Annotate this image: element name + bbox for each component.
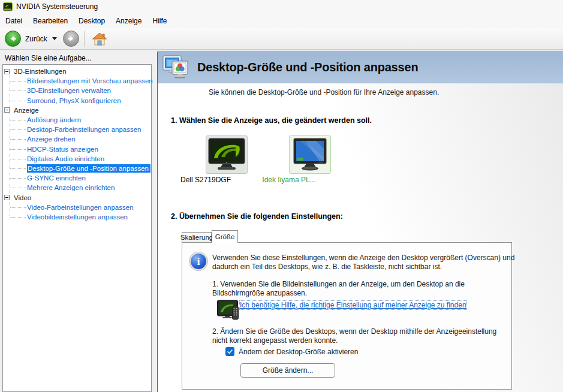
display-tile-iiyama[interactable] — [289, 135, 331, 174]
collapse-icon[interactable] — [4, 195, 10, 200]
tree-node-3d-einstellungen[interactable]: 3D-Einstellungen — [3, 67, 151, 76]
display-label-iiyama[interactable]: Idek Iiyama PL... — [247, 176, 331, 184]
tree-item-bildeinstellungen[interactable]: Bildeinstellungen mit Vorschau anpassen — [3, 76, 151, 86]
menu-anzeige[interactable]: Anzeige — [110, 14, 147, 28]
instruction-2: 2. Ändern Sie die Größe des Desktops, we… — [212, 327, 512, 345]
menu-bar: Datei Bearbeiten Desktop Anzeige Hilfe — [0, 13, 563, 28]
tab-skalierung[interactable]: Skalierung — [182, 232, 212, 242]
home-button[interactable] — [91, 31, 109, 47]
nvidia-control-panel-window: NVIDIA Systemsteuerung Datei Bearbeiten … — [0, 0, 563, 392]
collapse-icon[interactable] — [4, 69, 10, 74]
menu-desktop[interactable]: Desktop — [73, 14, 110, 28]
navigation-toolbar: Zurück — [0, 28, 563, 50]
tree-item-mehrere-anzeigen[interactable]: Mehrere Anzeigen einrichten — [3, 183, 151, 192]
tree-item-anzeige-drehen[interactable]: Anzeige drehen — [3, 134, 151, 144]
displays-icon — [162, 55, 190, 80]
tv-remote-icon — [217, 299, 241, 322]
back-button-label[interactable]: Zurück — [25, 35, 47, 43]
home-icon — [92, 32, 107, 46]
display-help-link[interactable]: Ich benötige Hilfe, die richtige Einstel… — [239, 300, 467, 310]
menu-datei[interactable]: Datei — [0, 14, 28, 28]
task-sidebar: Wählen Sie eine Aufgabe... 3D-Einstellun… — [0, 50, 155, 392]
display-label-dell[interactable]: Dell S2719DGF — [164, 176, 248, 184]
tree-item-digitales-audio[interactable]: Digitales Audio einrichten — [3, 154, 151, 164]
tree-item-gsync[interactable]: G-SYNC einrichten — [3, 173, 151, 183]
sidebar-header: Wählen Sie eine Aufgabe... — [5, 54, 92, 62]
checkmark-icon — [226, 348, 234, 355]
step1-heading: 1. Wählen Sie die Anzeige aus, die geänd… — [171, 116, 372, 125]
window-title: NVIDIA Systemsteuerung — [16, 2, 98, 11]
collapse-icon[interactable] — [4, 107, 10, 113]
tree-group-3d-einstellungen: 3D-Einstellungen Bildeinstellungen mit V… — [3, 67, 151, 105]
back-button[interactable] — [5, 31, 21, 47]
checkbox-label[interactable]: Ändern der Desktop-Größe aktivieren — [239, 348, 358, 356]
toolbar-separator — [84, 31, 85, 47]
menu-hilfe[interactable]: Hilfe — [147, 14, 172, 28]
instruction-1: 1. Verwenden Sie die Bildeinstellungen a… — [212, 280, 506, 298]
tree-item-aufloesung[interactable]: Auflösung ändern — [3, 115, 151, 125]
tree-item-desktop-groesse-position[interactable]: Desktop-Größe und -Position anpassen — [3, 164, 151, 173]
back-arrow-icon — [8, 34, 17, 43]
tree-node-video[interactable]: Video — [3, 192, 151, 202]
tree-group-anzeige: Anzeige Auflösung ändern Desktop-Farbein… — [3, 105, 151, 193]
forward-button[interactable] — [63, 31, 79, 47]
step2-heading: 2. Übernehmen Sie die folgenden Einstell… — [171, 212, 343, 221]
tree-item-farbeinstellungen[interactable]: Desktop-Farbeinstellungen anpassen — [3, 125, 151, 134]
tree-item-videobildeinstellungen[interactable]: Videobildeinstellungen anpassen — [3, 212, 151, 222]
page-banner: Desktop-Größe und -Position anpassen — [158, 52, 563, 83]
tree-item-surround-physx[interactable]: Surround, PhysX konfigurieren — [3, 96, 151, 105]
tab-groesse[interactable]: Größe — [212, 230, 238, 243]
content-area: Desktop-Größe und -Position anpassen Sie… — [157, 52, 563, 392]
tree-item-3d-verwalten[interactable]: 3D-Einstellungen verwalten — [3, 86, 151, 95]
task-tree: 3D-Einstellungen Bildeinstellungen mit V… — [2, 64, 152, 392]
monitor-blue-icon — [292, 138, 328, 171]
tree-node-anzeige[interactable]: Anzeige — [3, 105, 151, 115]
nvidia-app-icon — [3, 2, 13, 11]
size-tab-panel: i Verwenden Sie diese Einstellungen, wen… — [182, 242, 512, 390]
help-link-wrap: Ich benötige Hilfe, die richtige Einstel… — [239, 300, 501, 310]
tree-group-video: Video Video-Farbeinstellungen anpassen V… — [3, 192, 151, 222]
forward-arrow-icon — [67, 34, 76, 43]
info-icon: i — [189, 252, 207, 270]
page-subtitle: Sie können die Desktop-Größe und -Positi… — [209, 88, 439, 97]
title-bar: NVIDIA Systemsteuerung — [0, 0, 563, 13]
tree-item-hdcp-status[interactable]: HDCP-Status anzeigen — [3, 144, 151, 154]
display-tile-dell[interactable] — [206, 135, 248, 174]
resize-button[interactable]: Größe ändern... — [240, 363, 335, 378]
tree-item-video-farbeinstellungen[interactable]: Video-Farbeinstellungen anpassen — [3, 203, 151, 212]
menu-bearbeiten[interactable]: Bearbeiten — [28, 14, 73, 28]
checkbox-row: Ändern der Desktop-Größe aktivieren — [225, 347, 358, 356]
info-text: Verwenden Sie diese Einstellungen, wenn … — [212, 254, 517, 272]
page-title: Desktop-Größe und -Position anpassen — [197, 61, 418, 74]
enable-resize-checkbox[interactable] — [225, 347, 234, 356]
back-history-dropdown[interactable] — [52, 37, 57, 40]
monitor-nvidia-icon — [208, 138, 245, 171]
